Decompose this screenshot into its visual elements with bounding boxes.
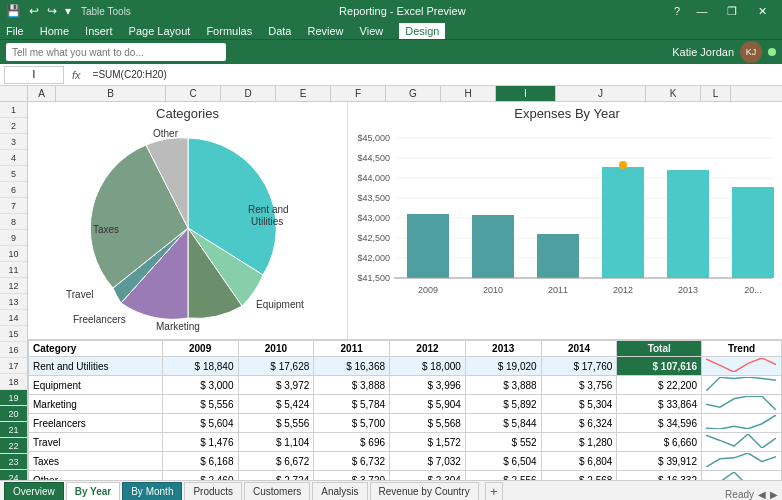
cell-value[interactable]: $ 552 [465,433,541,452]
formula-input[interactable]: =SUM(C20:H20) [89,69,778,80]
cell-value[interactable]: $ 3,756 [541,376,617,395]
cell-value[interactable]: $ 1,572 [390,433,466,452]
col-header-f[interactable]: F [331,86,386,101]
tab-analysis[interactable]: Analysis [312,482,367,500]
cell-category[interactable]: Rent and Utilities [29,357,163,376]
cell-value[interactable]: $ 2,304 [390,471,466,481]
tab-home[interactable]: Home [40,25,69,37]
cell-category[interactable]: Taxes [29,452,163,471]
help-icon[interactable]: ? [674,5,680,17]
cell-value[interactable]: $ 5,700 [314,414,390,433]
cell-value[interactable]: $ 2,460 [162,471,238,481]
th-trend[interactable]: Trend [702,341,782,357]
tab-page-layout[interactable]: Page Layout [129,25,191,37]
tab-by-year[interactable]: By Year [66,482,121,500]
cell-value[interactable]: $ 3,000 [162,376,238,395]
col-header-b[interactable]: B [56,86,166,101]
cell-value[interactable]: $ 3,888 [465,376,541,395]
cell-value[interactable]: $ 6,804 [541,452,617,471]
table-row[interactable]: Rent and Utilities$ 18,840$ 17,628$ 16,3… [29,357,782,376]
cell-category[interactable]: Travel [29,433,163,452]
cell-value[interactable]: $ 17,760 [541,357,617,376]
cell-total[interactable]: $ 16,332 [617,471,702,481]
tab-review[interactable]: Review [307,25,343,37]
tab-view[interactable]: View [360,25,384,37]
cell-value[interactable]: $ 3,720 [314,471,390,481]
table-row[interactable]: Marketing$ 5,556$ 5,424$ 5,784$ 5,904$ 5… [29,395,782,414]
cell-value[interactable]: $ 5,604 [162,414,238,433]
cell-category[interactable]: Equipment [29,376,163,395]
th-2014[interactable]: 2014 [541,341,617,357]
cell-value[interactable]: $ 2,556 [465,471,541,481]
cell-value[interactable]: $ 5,304 [541,395,617,414]
cell-total[interactable]: $ 107,616 [617,357,702,376]
save-icon[interactable]: 💾 [6,4,21,18]
cell-value[interactable]: $ 5,904 [390,395,466,414]
cell-value[interactable]: $ 6,504 [465,452,541,471]
col-header-d[interactable]: D [221,86,276,101]
name-box[interactable]: I [4,66,64,84]
th-2012[interactable]: 2012 [390,341,466,357]
scroll-right-icon[interactable]: ▶ [770,489,778,500]
tab-products[interactable]: Products [184,482,241,500]
cell-value[interactable]: $ 6,168 [162,452,238,471]
cell-total[interactable]: $ 34,596 [617,414,702,433]
cell-value[interactable]: $ 7,032 [390,452,466,471]
tab-by-month[interactable]: By Month [122,482,182,500]
cell-value[interactable]: $ 19,020 [465,357,541,376]
minimize-button[interactable]: — [688,0,716,22]
cell-value[interactable]: $ 6,732 [314,452,390,471]
add-sheet-button[interactable]: + [485,482,503,500]
quick-access-toolbar[interactable]: 💾 ↩ ↪ ▾ [6,4,71,18]
customize-icon[interactable]: ▾ [65,4,71,18]
cell-value[interactable]: $ 5,844 [465,414,541,433]
cell-value[interactable]: $ 16,368 [314,357,390,376]
col-header-e[interactable]: E [276,86,331,101]
cell-value[interactable]: $ 18,840 [162,357,238,376]
cell-category[interactable]: Other [29,471,163,481]
cell-value[interactable]: $ 3,888 [314,376,390,395]
cell-value[interactable]: $ 5,556 [162,395,238,414]
tab-design[interactable]: Design [399,23,445,39]
redo-icon[interactable]: ↪ [47,4,57,18]
table-row[interactable]: Freelancers$ 5,604$ 5,556$ 5,700$ 5,568$… [29,414,782,433]
table-row[interactable]: Travel$ 1,476$ 1,104$ 696$ 1,572$ 552$ 1… [29,433,782,452]
col-header-i[interactable]: I [496,86,556,101]
cell-value[interactable]: $ 5,892 [465,395,541,414]
cell-value[interactable]: $ 6,324 [541,414,617,433]
cell-value[interactable]: $ 5,556 [238,414,314,433]
window-controls[interactable]: — ❐ ✕ [688,0,776,22]
tab-data[interactable]: Data [268,25,291,37]
cell-value[interactable]: $ 1,280 [541,433,617,452]
tab-revenue-country[interactable]: Revenue by Country [370,482,479,500]
table-row[interactable]: Other$ 2,460$ 2,724$ 3,720$ 2,304$ 2,556… [29,471,782,481]
col-header-j[interactable]: J [556,86,646,101]
cell-value[interactable]: $ 3,972 [238,376,314,395]
col-header-h[interactable]: H [441,86,496,101]
tab-insert[interactable]: Insert [85,25,113,37]
cell-value[interactable]: $ 5,568 [390,414,466,433]
cell-value[interactable]: $ 2,724 [238,471,314,481]
cell-total[interactable]: $ 33,864 [617,395,702,414]
cell-value[interactable]: $ 5,784 [314,395,390,414]
cell-value[interactable]: $ 696 [314,433,390,452]
tab-formulas[interactable]: Formulas [206,25,252,37]
th-category[interactable]: Category [29,341,163,357]
restore-button[interactable]: ❐ [718,0,746,22]
table-row[interactable]: Taxes$ 6,168$ 6,672$ 6,732$ 7,032$ 6,504… [29,452,782,471]
col-header-g[interactable]: G [386,86,441,101]
th-2010[interactable]: 2010 [238,341,314,357]
th-2013[interactable]: 2013 [465,341,541,357]
th-total[interactable]: Total [617,341,702,357]
cell-value[interactable]: $ 3,996 [390,376,466,395]
col-header-a[interactable]: A [28,86,56,101]
cell-total[interactable]: $ 6,660 [617,433,702,452]
col-header-c[interactable]: C [166,86,221,101]
tab-overview[interactable]: Overview [4,482,64,500]
th-2011[interactable]: 2011 [314,341,390,357]
cell-total[interactable]: $ 39,912 [617,452,702,471]
undo-icon[interactable]: ↩ [29,4,39,18]
table-row[interactable]: Equipment$ 3,000$ 3,972$ 3,888$ 3,996$ 3… [29,376,782,395]
cell-value[interactable]: $ 17,628 [238,357,314,376]
col-header-k[interactable]: K [646,86,701,101]
